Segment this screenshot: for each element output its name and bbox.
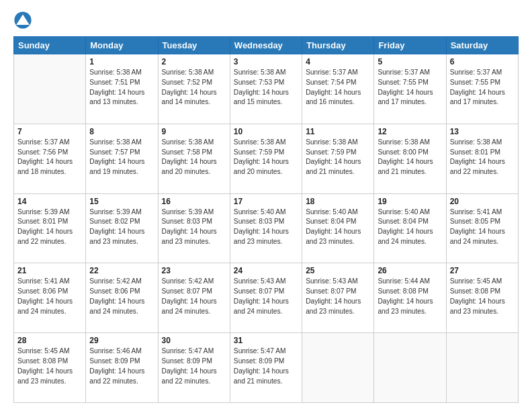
calendar-week-row: 14Sunrise: 5:39 AM Sunset: 8:01 PM Dayli… (14, 193, 519, 263)
day-content: Sunrise: 5:38 AM Sunset: 7:51 PM Dayligh… (89, 68, 154, 107)
day-number: 29 (89, 336, 154, 345)
calendar-cell: 28Sunrise: 5:45 AM Sunset: 8:08 PM Dayli… (14, 333, 86, 403)
calendar-cell: 26Sunrise: 5:44 AM Sunset: 8:08 PM Dayli… (374, 263, 446, 333)
day-content: Sunrise: 5:41 AM Sunset: 8:05 PM Dayligh… (450, 208, 515, 247)
day-number: 30 (162, 336, 226, 345)
day-content: Sunrise: 5:38 AM Sunset: 7:59 PM Dayligh… (234, 138, 298, 177)
day-content: Sunrise: 5:43 AM Sunset: 8:07 PM Dayligh… (306, 277, 370, 316)
day-number: 13 (450, 127, 515, 136)
day-content: Sunrise: 5:38 AM Sunset: 7:57 PM Dayligh… (89, 138, 154, 177)
calendar-cell: 2Sunrise: 5:38 AM Sunset: 7:52 PM Daylig… (158, 54, 230, 124)
calendar-header-tuesday: Tuesday (158, 37, 230, 54)
calendar-cell: 8Sunrise: 5:38 AM Sunset: 7:57 PM Daylig… (86, 124, 158, 193)
day-content: Sunrise: 5:45 AM Sunset: 8:08 PM Dayligh… (17, 347, 82, 386)
day-number: 6 (450, 57, 515, 66)
calendar-week-row: 21Sunrise: 5:41 AM Sunset: 8:06 PM Dayli… (14, 263, 519, 333)
day-number: 23 (162, 266, 226, 275)
day-number: 25 (306, 266, 370, 275)
day-number: 14 (17, 197, 82, 206)
day-content: Sunrise: 5:38 AM Sunset: 7:53 PM Dayligh… (234, 68, 298, 107)
page: SundayMondayTuesdayWednesdayThursdayFrid… (0, 0, 532, 411)
day-content: Sunrise: 5:38 AM Sunset: 7:58 PM Dayligh… (162, 138, 226, 177)
day-content: Sunrise: 5:37 AM Sunset: 7:54 PM Dayligh… (306, 68, 370, 107)
day-content: Sunrise: 5:37 AM Sunset: 7:56 PM Dayligh… (17, 138, 82, 177)
calendar-cell: 9Sunrise: 5:38 AM Sunset: 7:58 PM Daylig… (158, 124, 230, 193)
day-content: Sunrise: 5:46 AM Sunset: 8:09 PM Dayligh… (89, 347, 154, 386)
day-number: 15 (89, 197, 154, 206)
calendar-cell: 19Sunrise: 5:40 AM Sunset: 8:04 PM Dayli… (374, 193, 446, 263)
day-content: Sunrise: 5:40 AM Sunset: 8:04 PM Dayligh… (378, 208, 442, 247)
day-number: 9 (162, 127, 226, 136)
day-content: Sunrise: 5:39 AM Sunset: 8:01 PM Dayligh… (17, 208, 82, 247)
day-number: 3 (234, 57, 298, 66)
day-number: 31 (234, 336, 298, 345)
calendar-cell (446, 333, 518, 403)
calendar-cell: 5Sunrise: 5:37 AM Sunset: 7:55 PM Daylig… (374, 54, 446, 124)
calendar-cell: 16Sunrise: 5:39 AM Sunset: 8:03 PM Dayli… (158, 193, 230, 263)
day-number: 28 (17, 336, 82, 345)
calendar-cell: 17Sunrise: 5:40 AM Sunset: 8:03 PM Dayli… (230, 193, 302, 263)
calendar-cell: 21Sunrise: 5:41 AM Sunset: 8:06 PM Dayli… (14, 263, 86, 333)
calendar-cell: 15Sunrise: 5:39 AM Sunset: 8:02 PM Dayli… (86, 193, 158, 263)
day-number: 18 (306, 197, 370, 206)
day-number: 1 (89, 57, 154, 66)
calendar-week-row: 7Sunrise: 5:37 AM Sunset: 7:56 PM Daylig… (14, 124, 519, 193)
day-number: 7 (17, 127, 82, 136)
day-number: 19 (378, 197, 442, 206)
day-content: Sunrise: 5:39 AM Sunset: 8:03 PM Dayligh… (162, 208, 226, 247)
calendar-cell (302, 333, 374, 403)
calendar-cell: 13Sunrise: 5:38 AM Sunset: 8:01 PM Dayli… (446, 124, 518, 193)
day-content: Sunrise: 5:40 AM Sunset: 8:03 PM Dayligh… (234, 208, 298, 247)
logo (13, 11, 35, 30)
day-content: Sunrise: 5:42 AM Sunset: 8:07 PM Dayligh… (162, 277, 226, 316)
day-content: Sunrise: 5:42 AM Sunset: 8:06 PM Dayligh… (89, 277, 154, 316)
calendar-cell: 29Sunrise: 5:46 AM Sunset: 8:09 PM Dayli… (86, 333, 158, 403)
logo-icon (13, 11, 32, 30)
day-content: Sunrise: 5:37 AM Sunset: 7:55 PM Dayligh… (450, 68, 515, 107)
header (13, 11, 519, 30)
day-content: Sunrise: 5:47 AM Sunset: 8:09 PM Dayligh… (162, 347, 226, 386)
calendar-cell: 12Sunrise: 5:38 AM Sunset: 8:00 PM Dayli… (374, 124, 446, 193)
calendar-header-row: SundayMondayTuesdayWednesdayThursdayFrid… (14, 37, 519, 54)
calendar-cell: 10Sunrise: 5:38 AM Sunset: 7:59 PM Dayli… (230, 124, 302, 193)
day-content: Sunrise: 5:40 AM Sunset: 8:04 PM Dayligh… (306, 208, 370, 247)
day-number: 4 (306, 57, 370, 66)
day-number: 17 (234, 197, 298, 206)
calendar-cell: 24Sunrise: 5:43 AM Sunset: 8:07 PM Dayli… (230, 263, 302, 333)
calendar-cell (374, 333, 446, 403)
day-number: 26 (378, 266, 442, 275)
day-content: Sunrise: 5:41 AM Sunset: 8:06 PM Dayligh… (17, 277, 82, 316)
calendar-cell: 1Sunrise: 5:38 AM Sunset: 7:51 PM Daylig… (86, 54, 158, 124)
day-number: 10 (234, 127, 298, 136)
calendar-cell: 22Sunrise: 5:42 AM Sunset: 8:06 PM Dayli… (86, 263, 158, 333)
day-content: Sunrise: 5:43 AM Sunset: 8:07 PM Dayligh… (234, 277, 298, 316)
calendar-cell: 14Sunrise: 5:39 AM Sunset: 8:01 PM Dayli… (14, 193, 86, 263)
day-content: Sunrise: 5:47 AM Sunset: 8:09 PM Dayligh… (234, 347, 298, 386)
calendar-header-friday: Friday (374, 37, 446, 54)
calendar-cell: 20Sunrise: 5:41 AM Sunset: 8:05 PM Dayli… (446, 193, 518, 263)
calendar-header-saturday: Saturday (446, 37, 518, 54)
day-number: 20 (450, 197, 515, 206)
day-number: 21 (17, 266, 82, 275)
calendar-cell: 3Sunrise: 5:38 AM Sunset: 7:53 PM Daylig… (230, 54, 302, 124)
calendar-cell: 4Sunrise: 5:37 AM Sunset: 7:54 PM Daylig… (302, 54, 374, 124)
calendar-header-wednesday: Wednesday (230, 37, 302, 54)
calendar-cell: 23Sunrise: 5:42 AM Sunset: 8:07 PM Dayli… (158, 263, 230, 333)
calendar-cell: 6Sunrise: 5:37 AM Sunset: 7:55 PM Daylig… (446, 54, 518, 124)
day-content: Sunrise: 5:38 AM Sunset: 8:00 PM Dayligh… (378, 138, 442, 177)
calendar-cell (14, 54, 86, 124)
day-number: 8 (89, 127, 154, 136)
calendar-week-row: 28Sunrise: 5:45 AM Sunset: 8:08 PM Dayli… (14, 333, 519, 403)
calendar-table: SundayMondayTuesdayWednesdayThursdayFrid… (13, 36, 519, 403)
calendar-cell: 18Sunrise: 5:40 AM Sunset: 8:04 PM Dayli… (302, 193, 374, 263)
calendar-cell: 31Sunrise: 5:47 AM Sunset: 8:09 PM Dayli… (230, 333, 302, 403)
day-number: 27 (450, 266, 515, 275)
day-number: 11 (306, 127, 370, 136)
day-content: Sunrise: 5:38 AM Sunset: 7:52 PM Dayligh… (162, 68, 226, 107)
calendar-header-sunday: Sunday (14, 37, 86, 54)
day-content: Sunrise: 5:38 AM Sunset: 8:01 PM Dayligh… (450, 138, 515, 177)
day-content: Sunrise: 5:44 AM Sunset: 8:08 PM Dayligh… (378, 277, 442, 316)
calendar-week-row: 1Sunrise: 5:38 AM Sunset: 7:51 PM Daylig… (14, 54, 519, 124)
day-content: Sunrise: 5:39 AM Sunset: 8:02 PM Dayligh… (89, 208, 154, 247)
calendar-cell: 7Sunrise: 5:37 AM Sunset: 7:56 PM Daylig… (14, 124, 86, 193)
